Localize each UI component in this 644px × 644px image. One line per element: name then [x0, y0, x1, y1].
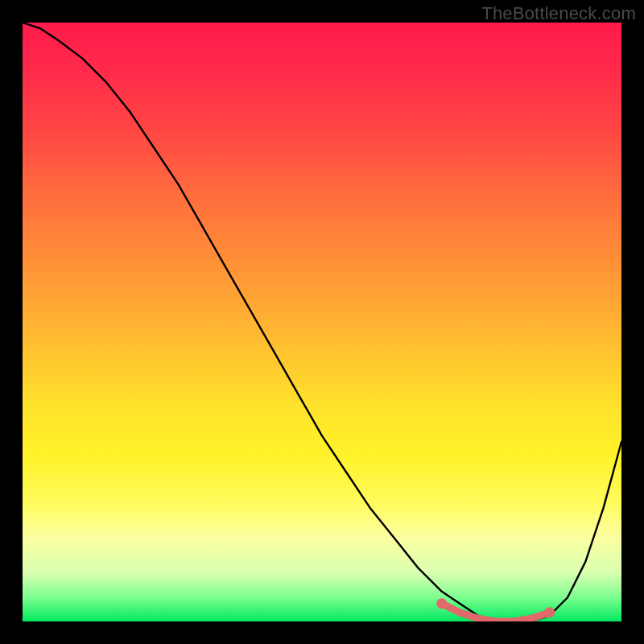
curve-line [23, 23, 621, 621]
highlight-dot [436, 598, 447, 609]
plot-area [23, 23, 621, 621]
highlight-dot [456, 609, 464, 616]
chart-canvas: TheBottleneck.com [0, 0, 644, 644]
chart-svg [23, 23, 621, 621]
watermark-label: TheBottleneck.com [481, 3, 636, 24]
highlight-dot [544, 607, 555, 617]
